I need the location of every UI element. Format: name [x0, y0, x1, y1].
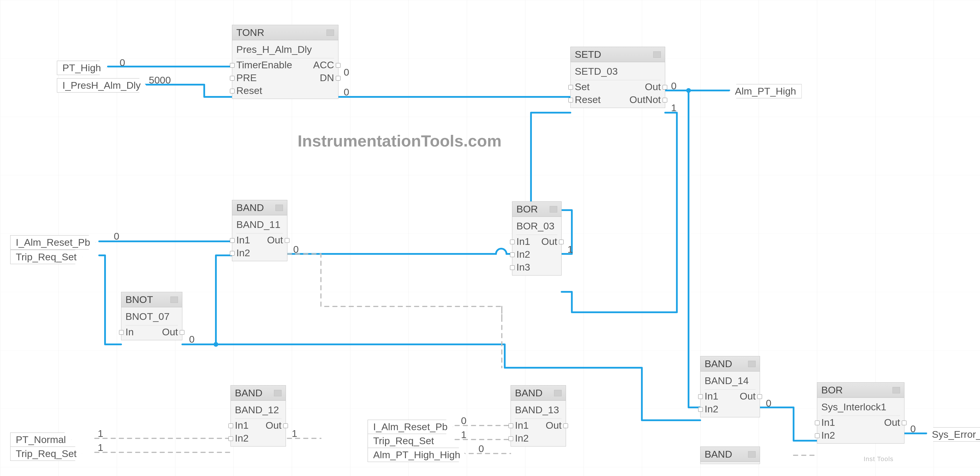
block-instance: Pres_H_Alm_Dly	[236, 42, 334, 58]
tag-label: I_Alm_Reset_Pb	[368, 420, 453, 434]
tag-label: I_PresH_Alm_Dly	[57, 78, 146, 92]
val-tonr-acc: 0	[344, 67, 349, 78]
port-out: Out	[266, 420, 282, 431]
block-menu-icon[interactable]	[748, 361, 756, 367]
block-type: BAND	[705, 449, 732, 460]
block-bnot07[interactable]: BNOT BNOT_07 InOut	[121, 292, 182, 340]
block-type: BOR	[821, 384, 843, 396]
val-pt-normal: 1	[98, 428, 103, 439]
block-bor03[interactable]: BOR BOR_03 In1Out In2 In3	[512, 201, 562, 275]
val-band11-out: 0	[293, 244, 299, 255]
tag-i-alm-reset-pb-1[interactable]: I_Alm_Reset_Pb	[10, 235, 96, 250]
block-type: BAND	[235, 387, 262, 399]
port-dn: DN	[320, 72, 334, 83]
port-out: Out	[162, 326, 178, 337]
port-in1: In1	[236, 234, 250, 246]
block-instance: BAND_13	[515, 403, 562, 419]
block-menu-icon[interactable]	[892, 387, 900, 393]
block-menu-icon[interactable]	[550, 206, 557, 212]
block-type: BAND	[515, 387, 542, 399]
block-menu-icon[interactable]	[326, 29, 334, 36]
val-i-presh-alm-dly: 5000	[149, 75, 171, 86]
block-menu-icon[interactable]	[748, 451, 756, 458]
port-in1: In1	[705, 390, 718, 402]
block-menu-icon[interactable]	[554, 390, 562, 396]
port-timer-enable: TimerEnable	[236, 59, 292, 71]
tag-label: Alm_PT_High	[729, 84, 802, 98]
val-sys-interlock1-out: 0	[910, 423, 916, 435]
port-in1: In1	[821, 417, 835, 428]
val-tonr-dn: 0	[344, 86, 349, 98]
tag-label: Alm_PT_High_High	[368, 448, 466, 462]
block-menu-icon[interactable]	[653, 51, 661, 58]
block-band12[interactable]: BAND BAND_12 In1Out In2	[231, 385, 286, 447]
val-i-alm-reset-pb-1: 0	[114, 231, 119, 242]
val-band14-out: 0	[766, 398, 772, 409]
tag-alm-pt-high-high[interactable]: Alm_PT_High_High	[368, 448, 466, 462]
val-alm-pt-high-high: 0	[479, 443, 484, 454]
port-out: Out	[546, 420, 562, 431]
val-i-alm-reset-pb-2: 0	[461, 415, 466, 427]
block-sys-interlock1[interactable]: BOR Sys_Interlock1 In1Out In2	[817, 382, 904, 444]
block-instance: BAND_12	[235, 403, 282, 419]
val-setd-outnot: 1	[671, 102, 676, 113]
watermark: InstrumentationTools.com	[298, 131, 501, 150]
block-instance: BAND_11	[236, 217, 283, 234]
block-type: BAND	[236, 202, 264, 213]
block-menu-icon[interactable]	[274, 390, 282, 396]
val-trip-req-set-3: 1	[461, 429, 466, 440]
block-type: BNOT	[126, 294, 153, 305]
block-band14[interactable]: BAND BAND_14 In1Out In2	[700, 356, 760, 417]
tag-label: Sys_Error_PT	[926, 427, 980, 441]
port-out: Out	[645, 81, 661, 92]
port-in1: In1	[235, 420, 248, 431]
tag-label: Trip_Req_Set	[10, 447, 82, 461]
val-band12-out: 1	[292, 428, 297, 439]
tag-label: Trip_Req_Set	[10, 250, 82, 264]
port-out: Out	[267, 234, 283, 246]
port-acc: ACC	[313, 59, 334, 71]
block-band11[interactable]: BAND BAND_11 In1Out In2	[232, 200, 287, 261]
port-in2: In2	[235, 433, 248, 444]
block-type: SETD	[575, 49, 601, 60]
block-instance: Sys_Interlock1	[821, 400, 900, 416]
port-pre: PRE	[236, 72, 257, 83]
block-tonr[interactable]: TONR Pres_H_Alm_Dly TimerEnableACC PREDN…	[232, 25, 339, 99]
tag-label: Trip_Req_Set	[368, 434, 440, 448]
tag-pt-normal[interactable]: PT_Normal	[10, 433, 72, 447]
tag-trip-req-set-3[interactable]: Trip_Req_Set	[368, 434, 440, 448]
block-instance: BOR_03	[516, 218, 557, 235]
tag-i-presh-alm-dly[interactable]: I_PresH_Alm_Dly	[57, 78, 146, 92]
val-pt-high: 0	[119, 57, 125, 68]
val-bor03-out: 1	[568, 244, 573, 255]
block-instance: BNOT_07	[126, 309, 178, 325]
port-in2: In2	[821, 430, 835, 441]
block-setd[interactable]: SETD SETD_03 SetOut ResetOutNot	[570, 47, 665, 108]
block-menu-icon[interactable]	[170, 296, 178, 303]
tag-trip-req-set-1[interactable]: Trip_Req_Set	[10, 250, 82, 264]
tag-alm-pt-high[interactable]: Alm_PT_High	[729, 84, 802, 98]
val-setd-out: 0	[671, 80, 676, 92]
port-set: Set	[575, 81, 590, 92]
watermark-small: Inst Tools	[864, 455, 894, 463]
port-reset: Reset	[575, 94, 601, 105]
port-out: Out	[541, 236, 557, 247]
port-in3: In3	[516, 261, 530, 273]
block-instance: SETD_03	[575, 64, 661, 80]
tag-pt-high[interactable]: PT_High	[57, 61, 107, 75]
tag-label: PT_High	[57, 61, 107, 75]
port-in: In	[126, 326, 134, 337]
port-in1: In1	[515, 420, 529, 431]
block-band-partial[interactable]: BAND	[700, 447, 760, 464]
tag-trip-req-set-2[interactable]: Trip_Req_Set	[10, 447, 82, 461]
port-in2: In2	[236, 247, 250, 259]
val-bnot07-out: 0	[189, 334, 195, 345]
block-menu-icon[interactable]	[275, 205, 283, 211]
tag-sys-error-pt[interactable]: Sys_Error_PT	[926, 427, 980, 441]
block-type: BAND	[705, 358, 732, 369]
block-instance: BAND_14	[705, 373, 756, 390]
block-band13[interactable]: BAND BAND_13 In1Out In2	[511, 385, 566, 447]
port-outnot: OutNot	[629, 94, 661, 105]
tag-i-alm-reset-pb-2[interactable]: I_Alm_Reset_Pb	[368, 420, 453, 434]
block-type: BOR	[516, 204, 538, 215]
